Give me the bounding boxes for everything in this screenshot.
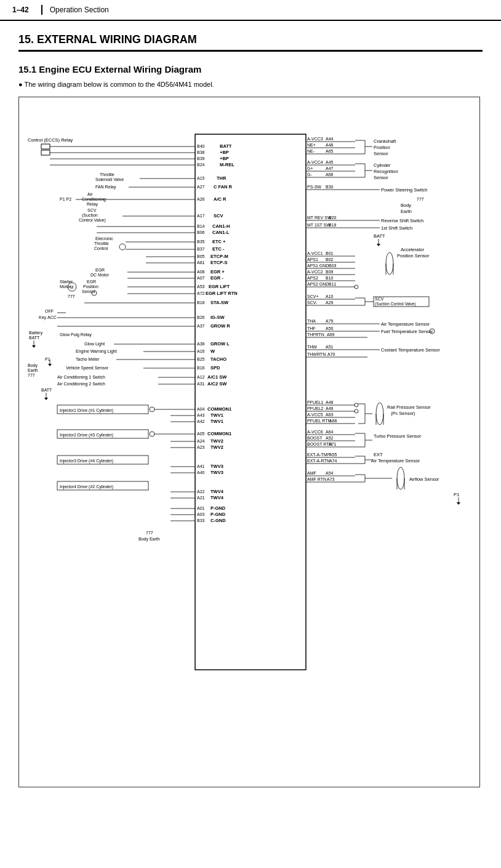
svg-text:777: 777 bbox=[28, 373, 35, 377]
svg-text:Body Earth: Body Earth bbox=[138, 537, 160, 542]
svg-text:B37: B37 bbox=[197, 247, 205, 251]
svg-text:ETCP-S: ETCP-S bbox=[210, 260, 228, 265]
svg-text:EXT: EXT bbox=[374, 452, 383, 457]
svg-text:THR: THR bbox=[217, 175, 226, 181]
svg-text:A16: A16 bbox=[197, 349, 205, 353]
svg-text:A03: A03 bbox=[197, 512, 205, 516]
svg-text:Turbo Pressure Sensor: Turbo Pressure Sensor bbox=[374, 433, 422, 439]
svg-text:THF: THF bbox=[307, 326, 316, 331]
svg-text:Power Steering Switch: Power Steering Switch bbox=[381, 187, 427, 193]
svg-point-137 bbox=[150, 407, 154, 412]
svg-text:Air: Air bbox=[87, 192, 93, 196]
svg-text:A41: A41 bbox=[197, 464, 205, 468]
svg-text:A55: A55 bbox=[329, 452, 337, 457]
svg-text:ETC -: ETC - bbox=[212, 246, 225, 252]
svg-text:A63: A63 bbox=[326, 412, 334, 417]
svg-text:Solenoid Valve: Solenoid Valve bbox=[95, 177, 124, 182]
svg-text:Glow Light: Glow Light bbox=[84, 342, 105, 347]
svg-text:TWV1: TWV1 bbox=[210, 412, 223, 418]
svg-text:Cylinder: Cylinder bbox=[374, 163, 391, 168]
wiring-diagram: Control (ECCS) Relay B40 BATT B38 +BP B3… bbox=[18, 97, 480, 787]
svg-text:A70: A70 bbox=[327, 352, 335, 356]
svg-text:Sensor: Sensor bbox=[374, 175, 388, 180]
svg-text:ETC +: ETC + bbox=[212, 239, 226, 244]
svg-text:CAN1-H: CAN1-H bbox=[212, 223, 230, 229]
svg-text:A54: A54 bbox=[326, 471, 334, 475]
svg-text:TWV4: TWV4 bbox=[210, 489, 224, 494]
svg-text:777: 777 bbox=[68, 294, 75, 299]
svg-text:A72: A72 bbox=[197, 291, 205, 295]
svg-text:FAN Relay: FAN Relay bbox=[95, 185, 116, 190]
svg-text:A48: A48 bbox=[326, 400, 334, 404]
svg-text:BATT: BATT bbox=[41, 388, 52, 392]
svg-rect-0 bbox=[195, 134, 306, 670]
svg-text:EXT-A-TMP: EXT-A-TMP bbox=[307, 452, 331, 457]
svg-text:G+: G+ bbox=[307, 166, 313, 171]
svg-text:Air Conditioning 2 Switch: Air Conditioning 2 Switch bbox=[57, 382, 105, 387]
svg-text:APS2 GND: APS2 GND bbox=[307, 282, 329, 286]
svg-text:A/C R: A/C R bbox=[214, 196, 226, 202]
svg-marker-100 bbox=[32, 345, 36, 348]
svg-text:Coolant Temperature Sensor: Coolant Temperature Sensor bbox=[381, 347, 440, 353]
svg-text:B09: B09 bbox=[326, 270, 334, 274]
svg-text:A31: A31 bbox=[197, 382, 205, 386]
svg-text:MT REV SW: MT REV SW bbox=[307, 215, 332, 220]
svg-text:A15: A15 bbox=[197, 176, 205, 180]
svg-text:Relay: Relay bbox=[87, 202, 98, 207]
svg-text:A21: A21 bbox=[197, 496, 205, 500]
svg-text:EGR +: EGR + bbox=[210, 269, 225, 275]
svg-text:TWV2: TWV2 bbox=[210, 438, 223, 444]
svg-point-238 bbox=[386, 252, 393, 275]
svg-text:A43: A43 bbox=[197, 413, 205, 417]
svg-text:A81: A81 bbox=[197, 260, 205, 265]
svg-text:EGR: EGR bbox=[95, 268, 105, 272]
svg-text:TWV2: TWV2 bbox=[210, 444, 223, 450]
svg-text:SCV: SCV bbox=[375, 297, 384, 301]
svg-text:+BP: +BP bbox=[220, 156, 229, 161]
svg-text:TWV4: TWV4 bbox=[210, 495, 224, 500]
svg-text:PFUEL2: PFUEL2 bbox=[307, 406, 324, 411]
svg-text:B02: B02 bbox=[326, 257, 334, 262]
svg-text:Position Sensor: Position Sensor bbox=[397, 253, 430, 259]
svg-text:A05: A05 bbox=[197, 432, 205, 436]
svg-text:Recognition: Recognition bbox=[374, 169, 398, 174]
svg-text:GROW R: GROW R bbox=[210, 323, 230, 329]
svg-text:B39: B39 bbox=[197, 156, 205, 161]
svg-text:A-VCC2: A-VCC2 bbox=[307, 270, 323, 274]
svg-text:MT 1ST SW: MT 1ST SW bbox=[307, 223, 331, 227]
svg-text:Fuel Temperature Sensor: Fuel Temperature Sensor bbox=[381, 329, 433, 334]
svg-rect-2 bbox=[41, 144, 50, 149]
svg-text:APS1 GND: APS1 GND bbox=[307, 263, 329, 268]
svg-text:B10: B10 bbox=[326, 276, 334, 280]
svg-text:A38: A38 bbox=[197, 342, 205, 346]
svg-text:A12: A12 bbox=[197, 375, 205, 379]
svg-text:(Suction: (Suction bbox=[82, 213, 98, 218]
svg-text:B19: B19 bbox=[329, 223, 337, 227]
svg-text:TWV3: TWV3 bbox=[210, 464, 223, 469]
svg-text:B18: B18 bbox=[197, 300, 205, 305]
svg-text:A-VCC5: A-VCC5 bbox=[307, 412, 323, 417]
svg-text:ACC: ACC bbox=[47, 315, 57, 319]
svg-text:Battery: Battery bbox=[29, 331, 43, 336]
svg-text:A68: A68 bbox=[329, 419, 337, 423]
svg-text:NE-: NE- bbox=[307, 149, 315, 153]
svg-text:A26: A26 bbox=[197, 197, 205, 201]
svg-text:Air Temperature Sensor: Air Temperature Sensor bbox=[381, 321, 430, 327]
svg-text:Starter: Starter bbox=[60, 279, 73, 284]
svg-text:Control: Control bbox=[94, 246, 108, 251]
svg-text:777: 777 bbox=[417, 197, 424, 201]
svg-text:Tacho Meter: Tacho Meter bbox=[76, 357, 100, 361]
svg-text:TACHO: TACHO bbox=[210, 356, 226, 362]
svg-text:TWV3: TWV3 bbox=[210, 470, 223, 475]
svg-text:C FAN R: C FAN R bbox=[214, 184, 233, 190]
svg-text:EXT-A-RTN: EXT-A-RTN bbox=[307, 459, 330, 463]
svg-text:A52: A52 bbox=[326, 436, 334, 440]
svg-text:A-VCC6: A-VCC6 bbox=[307, 430, 323, 434]
svg-text:P1: P1 bbox=[454, 492, 459, 497]
svg-text:A45: A45 bbox=[326, 160, 334, 164]
svg-text:A44: A44 bbox=[326, 137, 334, 141]
svg-text:A79: A79 bbox=[326, 319, 334, 323]
svg-rect-3 bbox=[41, 150, 50, 155]
svg-text:A74: A74 bbox=[329, 459, 337, 463]
svg-text:A07: A07 bbox=[197, 276, 205, 280]
